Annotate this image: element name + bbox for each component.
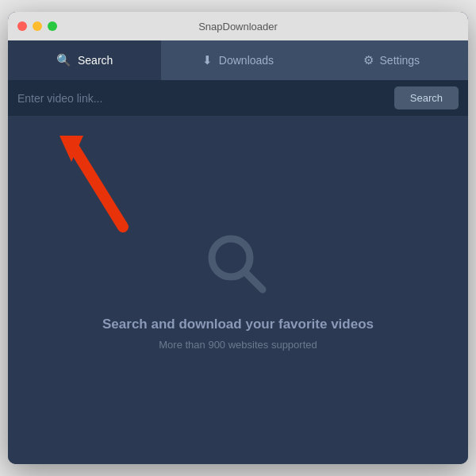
arrow-annotation <box>56 132 151 235</box>
maximize-button[interactable] <box>48 21 57 31</box>
settings-tab-icon: ⚙ <box>363 53 374 67</box>
tab-bar: 🔍 Search ⬇ Downloads ⚙ Settings <box>8 40 468 80</box>
video-link-input[interactable] <box>17 89 388 108</box>
svg-line-1 <box>71 144 123 227</box>
tab-downloads-label: Downloads <box>219 54 274 67</box>
tab-settings-label: Settings <box>380 54 420 67</box>
search-tab-icon: 🔍 <box>56 53 71 67</box>
main-content: Search and download your favorite videos… <box>8 116 468 464</box>
subtagline: More than 900 websites supported <box>159 339 317 351</box>
minimize-button[interactable] <box>33 21 42 31</box>
app-window: SnapDownloader 🔍 Search ⬇ Downloads ⚙ Se… <box>8 12 468 464</box>
close-button[interactable] <box>17 21 27 31</box>
traffic-lights <box>17 21 57 31</box>
large-search-icon <box>202 229 274 301</box>
url-bar: Search <box>8 80 468 116</box>
tab-settings[interactable]: ⚙ Settings <box>315 40 468 80</box>
tab-search-label: Search <box>78 54 113 67</box>
search-button[interactable]: Search <box>394 86 459 109</box>
tab-downloads[interactable]: ⬇ Downloads <box>161 40 314 80</box>
tagline: Search and download your favorite videos <box>102 317 374 332</box>
window-title: SnapDownloader <box>198 21 278 33</box>
svg-line-4 <box>245 272 263 290</box>
title-bar: SnapDownloader <box>8 12 468 40</box>
tab-search[interactable]: 🔍 Search <box>8 40 161 80</box>
downloads-tab-icon: ⬇ <box>202 53 213 67</box>
